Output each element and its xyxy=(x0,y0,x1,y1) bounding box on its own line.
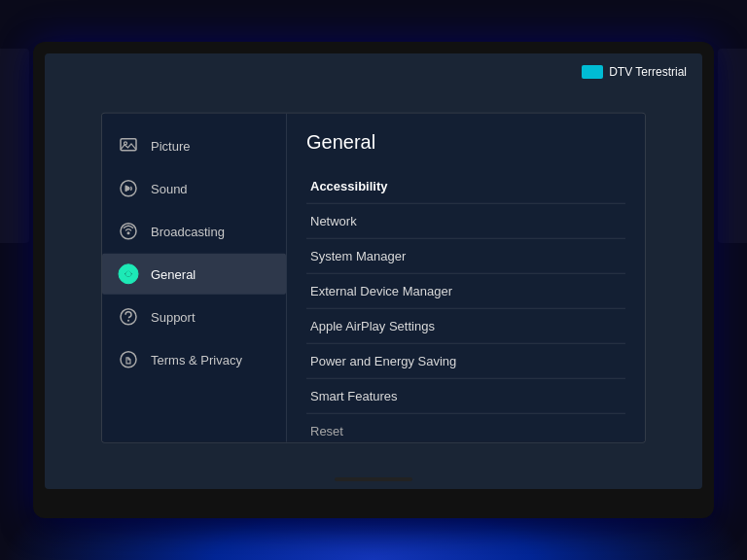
tv-screen: DTV Terrestrial Picture xyxy=(45,53,702,489)
sidebar-item-broadcasting-label: Broadcasting xyxy=(151,224,225,238)
dtv-label: DTV Terrestrial xyxy=(609,65,687,79)
sidebar-item-terms[interactable]: Terms & Privacy xyxy=(102,339,286,380)
sidebar-item-terms-label: Terms & Privacy xyxy=(151,352,242,367)
menu-item-power-energy[interactable]: Power and Energy Saving xyxy=(306,344,625,379)
sidebar-item-picture[interactable]: Picture xyxy=(102,125,286,166)
menu-item-network[interactable]: Network xyxy=(306,204,625,239)
menu-item-external-device[interactable]: External Device Manager xyxy=(306,274,625,309)
menu-list: Accessibility Network System Manager Ext… xyxy=(306,169,625,442)
svg-point-9 xyxy=(127,320,129,322)
svg-point-5 xyxy=(127,231,130,234)
sidebar-item-picture-label: Picture xyxy=(151,138,190,153)
sidebar-item-support-label: Support xyxy=(151,309,196,324)
menu-item-airplay[interactable]: Apple AirPlay Settings xyxy=(306,309,625,344)
tv-stand xyxy=(335,477,412,481)
svg-marker-3 xyxy=(125,186,129,192)
sidebar-item-broadcasting[interactable]: Broadcasting xyxy=(102,211,286,252)
sidebar-item-sound[interactable]: Sound xyxy=(102,168,286,209)
side-panel-left xyxy=(0,49,29,243)
content-panel: General Accessibility Network System Man… xyxy=(287,114,645,442)
settings-panel: Picture Sound xyxy=(101,113,646,443)
terms-icon xyxy=(118,349,139,370)
menu-item-system-manager[interactable]: System Manager xyxy=(306,239,625,274)
panel-title: General xyxy=(306,131,625,154)
sidebar-item-sound-label: Sound xyxy=(151,181,188,195)
sidebar-item-general[interactable]: General xyxy=(102,254,286,295)
settings-sidebar: Picture Sound xyxy=(102,114,287,442)
support-icon xyxy=(118,306,139,328)
menu-item-smart-features[interactable]: Smart Features xyxy=(306,379,625,414)
sidebar-item-general-label: General xyxy=(151,266,196,281)
menu-item-reset[interactable]: Reset xyxy=(306,414,625,442)
dtv-icon xyxy=(582,65,603,79)
svg-point-7 xyxy=(126,271,131,276)
tv-frame: DTV Terrestrial Picture xyxy=(33,42,714,518)
broadcasting-icon xyxy=(118,221,139,242)
dtv-badge: DTV Terrestrial xyxy=(582,65,687,79)
side-panel-right xyxy=(718,49,747,243)
menu-item-accessibility[interactable]: Accessibility xyxy=(306,169,625,204)
sidebar-item-support[interactable]: Support xyxy=(102,297,286,337)
picture-icon xyxy=(118,135,139,157)
sound-icon xyxy=(118,178,139,199)
general-icon xyxy=(118,263,139,285)
svg-rect-0 xyxy=(121,139,136,151)
